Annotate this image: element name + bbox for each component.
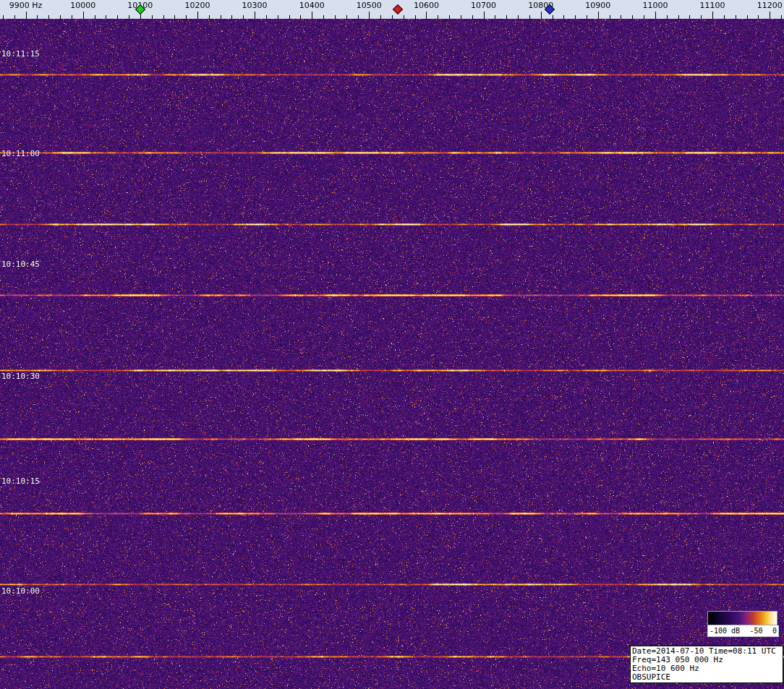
freq-tick-label: 10400 (299, 1, 325, 10)
spectrogram-canvas (0, 19, 784, 689)
color-scale-legend: -100 dB -50 0 (707, 611, 779, 637)
time-label: 10:10:45 (1, 260, 40, 269)
observation-info-box: Date=2014-07-10 Time=08:11 UTC Freq=143 … (630, 646, 783, 683)
freq-tick-label: 10600 (414, 1, 439, 10)
freq-tick-label: 10500 (357, 1, 382, 10)
legend-label-mid: -50 (750, 627, 763, 635)
waterfall-display: 10:11:1510:11:0010:10:4510:10:3010:10:15… (0, 19, 784, 689)
freq-tick-label: 10000 (70, 1, 95, 10)
time-label: 10:11:00 (1, 149, 40, 158)
legend-label-min: -100 dB (710, 627, 740, 635)
legend-label-max: 0 (772, 627, 777, 635)
freq-tick-label: 10200 (184, 1, 210, 10)
freq-tick-label: 10900 (585, 1, 610, 10)
color-scale-labels: -100 dB -50 0 (707, 625, 779, 637)
time-label: 10:11:15 (1, 49, 40, 59)
time-label: 10:10:00 (1, 586, 40, 596)
freq-tick-label: 10300 (242, 1, 268, 10)
color-scale-gradient (707, 611, 777, 625)
freq-tick-label: 9900 Hz (9, 1, 43, 10)
freq-tick-label: 10700 (471, 1, 496, 10)
freq-tick-label: 11000 (642, 1, 668, 10)
freq-tick-label: 11100 (700, 1, 725, 10)
info-station: OBSUPICE (632, 673, 781, 682)
spectrogram-window: 9900 Hz100001010010200103001040010500106… (0, 0, 784, 689)
freq-tick-label: 11200 (757, 1, 783, 10)
frequency-ruler: 9900 Hz100001010010200103001040010500106… (0, 0, 784, 19)
time-label: 10:10:30 (1, 372, 40, 381)
time-label: 10:10:15 (1, 476, 40, 486)
